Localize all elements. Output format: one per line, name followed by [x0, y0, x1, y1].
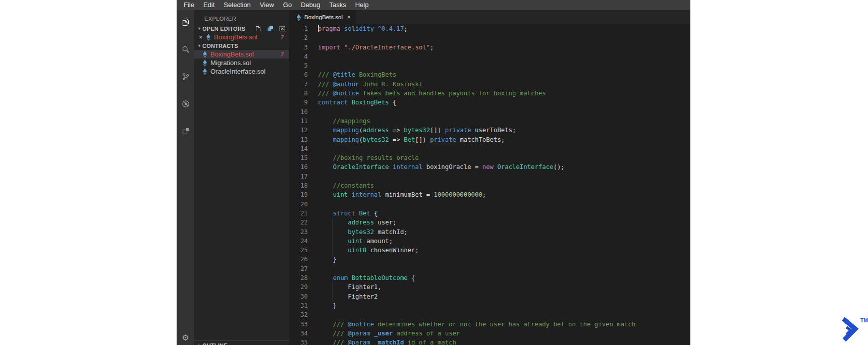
- line-content: address user;: [318, 218, 396, 227]
- code-line[interactable]: 27: [289, 264, 690, 273]
- files-icon[interactable]: [177, 18, 194, 45]
- open-editor-BoxingBets.sol[interactable]: × BoxingBets.sol7: [194, 33, 289, 41]
- code-line[interactable]: 19 uint internal minimumBet = 1000000000…: [289, 190, 690, 199]
- line-content: bytes32 matchId;: [318, 227, 408, 237]
- code-line[interactable]: 17: [289, 172, 690, 181]
- code-line[interactable]: 30 Fighter2: [289, 292, 690, 301]
- code-line[interactable]: 7/// @author John R. Kosinski: [289, 80, 690, 89]
- settings-gear-icon[interactable]: ⚙: [177, 334, 194, 342]
- line-content: }: [318, 255, 337, 264]
- code-line[interactable]: 1pragma solidity ^0.4.17;: [289, 24, 690, 33]
- extensions-icon[interactable]: [177, 127, 194, 154]
- code-line[interactable]: 6/// @title BoxingBets: [289, 70, 690, 79]
- code-line[interactable]: 8/// @notice Takes bets and handles payo…: [289, 89, 690, 98]
- code-line[interactable]: 32: [289, 310, 690, 319]
- section-header-open-editors[interactable]: ▾OPEN EDITORS: [194, 24, 289, 33]
- code-line[interactable]: 22 address user;: [289, 218, 690, 227]
- code-line[interactable]: 15 //boxing results oracle: [289, 153, 690, 162]
- indent-guide: [333, 282, 333, 292]
- menu-tasks[interactable]: Tasks: [324, 0, 350, 10]
- code-line[interactable]: 31 }: [289, 301, 690, 310]
- section-label: OUTLINE: [202, 342, 228, 345]
- menu-selection[interactable]: Selection: [219, 0, 255, 10]
- line-number: 5: [289, 61, 318, 70]
- page: FileEditSelectionViewGoDebugTasksHelp ⚙ …: [0, 0, 868, 345]
- code-line[interactable]: 35 /// @param _matchId id of a match: [289, 338, 690, 345]
- menu-view[interactable]: View: [255, 0, 279, 10]
- code-line[interactable]: 14: [289, 144, 690, 153]
- code-line[interactable]: 4: [289, 52, 690, 61]
- solidity-file-icon: [201, 68, 208, 75]
- solidity-file-icon: [295, 14, 301, 21]
- code-line[interactable]: 26 }: [289, 255, 690, 264]
- editor-group: BoxingBets.sol× 1pragma solidity ^0.4.17…: [289, 10, 690, 345]
- code-line[interactable]: 23 bytes32 matchId;: [289, 227, 690, 237]
- line-number: 14: [289, 144, 318, 153]
- new-untitled-file-icon[interactable]: [255, 25, 261, 33]
- code-line[interactable]: 5: [289, 61, 690, 70]
- solidity-file-icon: [201, 50, 208, 58]
- code-line[interactable]: 21 struct Bet {: [289, 209, 690, 218]
- line-number: 9: [289, 98, 318, 107]
- code-line[interactable]: 29 Fighter1,: [289, 282, 690, 292]
- section-header-contracts[interactable]: ▾CONTRACTS: [194, 41, 289, 50]
- indent-guide: [333, 227, 333, 237]
- close-all-editors-icon[interactable]: [279, 25, 286, 33]
- line-number: 2: [289, 33, 318, 42]
- code-line[interactable]: 2: [289, 33, 690, 42]
- menu-help[interactable]: Help: [351, 0, 373, 10]
- indent-guide: [333, 237, 333, 246]
- menu-debug[interactable]: Debug: [296, 0, 324, 10]
- code-line[interactable]: 20: [289, 200, 690, 209]
- chevron-expanded-icon: ▾: [196, 43, 202, 48]
- section-header-outline[interactable]: ▸OUTLINE: [194, 340, 289, 345]
- section-actions: [255, 25, 286, 33]
- line-number: 4: [289, 52, 318, 61]
- debug-icon[interactable]: [177, 100, 194, 127]
- menu-go[interactable]: Go: [279, 0, 296, 10]
- code-line[interactable]: 16 OracleInterface internal boxingOracle…: [289, 162, 690, 171]
- code-line[interactable]: 34 /// @param _user address of a user: [289, 329, 690, 338]
- line-content: /// @param _matchId id of a match: [318, 338, 456, 345]
- code-line[interactable]: 25 uint8 chosenWinner;: [289, 246, 690, 255]
- line-content: uint amount;: [318, 237, 393, 246]
- menu-file[interactable]: File: [179, 0, 199, 10]
- brand-mark: TM: [838, 316, 868, 343]
- line-number: 22: [289, 218, 318, 227]
- section-label: CONTRACTS: [202, 43, 238, 49]
- tab-close-icon[interactable]: ×: [347, 14, 351, 21]
- code-line[interactable]: 33 /// @notice determines whether or not…: [289, 320, 690, 329]
- code-line[interactable]: 3import "./OracleInterface.sol";: [289, 43, 690, 52]
- save-all-icon[interactable]: [267, 25, 274, 33]
- code-line[interactable]: 10: [289, 107, 690, 117]
- line-number: 28: [289, 273, 318, 282]
- explorer-sidebar: EXPLORER ▾OPEN EDITORS × BoxingBets.sol7…: [194, 10, 289, 345]
- source-control-icon[interactable]: [177, 73, 194, 100]
- close-editor-icon[interactable]: ×: [197, 34, 204, 40]
- code-line[interactable]: 24 uint amount;: [289, 237, 690, 246]
- line-number: 20: [289, 200, 318, 209]
- line-content: //mappings: [318, 117, 370, 126]
- sidebar-title: EXPLORER: [194, 10, 289, 24]
- tab-BoxingBets.sol[interactable]: BoxingBets.sol×: [289, 10, 356, 24]
- code-line[interactable]: 18 //constants: [289, 181, 690, 190]
- line-number: 17: [289, 172, 318, 181]
- line-number: 34: [289, 329, 318, 338]
- line-content: OracleInterface internal boxingOracle = …: [318, 162, 565, 171]
- search-icon[interactable]: [177, 45, 194, 73]
- indent-guide: [333, 292, 333, 301]
- section-label: OPEN EDITORS: [202, 26, 245, 32]
- code-line[interactable]: 13 mapping(bytes32 => Bet[]) private mat…: [289, 135, 690, 144]
- code-line[interactable]: 28 enum BettableOutcome {: [289, 273, 690, 282]
- file-Migrations.sol[interactable]: Migrations.sol: [194, 59, 289, 67]
- menu-edit[interactable]: Edit: [199, 0, 219, 10]
- code-line[interactable]: 9contract BoxingBets {: [289, 98, 690, 107]
- vscode-window: FileEditSelectionViewGoDebugTasksHelp ⚙ …: [177, 0, 690, 345]
- line-content: pragma solidity ^0.4.17;: [318, 24, 408, 33]
- line-number: 27: [289, 264, 318, 273]
- code-area[interactable]: 1pragma solidity ^0.4.17;23import "./Ora…: [289, 24, 690, 345]
- file-OracleInterface.sol[interactable]: OracleInterface.sol: [194, 67, 289, 76]
- code-line[interactable]: 12 mapping(address => bytes32[]) private…: [289, 126, 690, 135]
- code-line[interactable]: 11 //mappings: [289, 117, 690, 126]
- file-BoxingBets.sol[interactable]: BoxingBets.sol7: [194, 50, 289, 59]
